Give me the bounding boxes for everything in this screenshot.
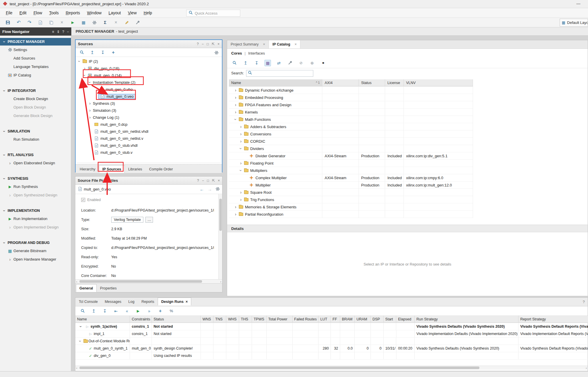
default-layout-button[interactable]: ▦ Default Layou xyxy=(560,19,588,27)
run-row-out-of-context-module-runs[interactable]: ›Out-of-Context Module Runs xyxy=(75,338,588,345)
target-icon[interactable]: ⊕ xyxy=(309,60,315,66)
properties-help-icon[interactable]: ? xyxy=(197,179,199,183)
runs-column-header-tns[interactable]: TNS xyxy=(213,316,226,323)
runs-column-header-name[interactable]: Name xyxy=(75,316,130,323)
source-tree-item-change-log-1[interactable]: ›Change Log (1) xyxy=(76,114,222,121)
create-run-icon[interactable]: + xyxy=(157,308,163,314)
expand-all-icon[interactable]: ↧ xyxy=(100,49,106,56)
runs-column-header-elapsed[interactable]: Elapsed xyxy=(396,316,415,323)
catalog-row-adders-subtracters[interactable]: ›Adders & Subtracters xyxy=(229,123,473,130)
expand-chevron-icon[interactable]: › xyxy=(239,161,243,165)
catalog-column-header-status[interactable]: Status xyxy=(359,79,385,86)
menu-item-window[interactable]: Window xyxy=(83,11,105,15)
help-icon[interactable]: ? xyxy=(62,30,64,34)
sources-minimize-icon[interactable]: − xyxy=(202,42,204,46)
type-combo-value[interactable]: Verilog Template xyxy=(111,217,143,223)
expand-chevron-icon[interactable]: › xyxy=(239,190,243,194)
close-tab-icon[interactable]: × xyxy=(263,42,265,46)
expand-chevron-icon[interactable]: › xyxy=(234,212,238,216)
catalog-row-trig-functions[interactable]: ›Trig Functions xyxy=(229,196,473,203)
sidebar-item-generate-bitstream[interactable]: ▦Generate Bitstream xyxy=(0,247,71,255)
resize-icon[interactable]: ⇕ xyxy=(57,30,60,34)
percent-icon[interactable]: % xyxy=(168,308,175,314)
runs-column-header-lut[interactable]: LUT xyxy=(319,316,331,323)
layout-grid-icon[interactable]: ▦ xyxy=(80,19,87,26)
catalog-column-header-license[interactable]: License xyxy=(385,79,404,86)
help-icon[interactable]: ? xyxy=(583,300,585,304)
expand-chevron-icon[interactable]: › xyxy=(234,103,238,107)
bottom-tab-log[interactable]: Log xyxy=(125,298,138,306)
collapse-chevron-icon[interactable]: › xyxy=(234,117,238,121)
catalog-row-square-root[interactable]: ›Square Root xyxy=(229,189,473,196)
nav-section-header-rtl-analysis[interactable]: ›RTL ANALYSIS xyxy=(0,151,71,159)
sigma-icon[interactable]: Σ xyxy=(102,19,108,26)
catalog-row-partial-reconfiguration[interactable]: ›Partial Reconfiguration xyxy=(229,211,473,218)
document-tab-project-summary[interactable]: Project Summary× xyxy=(227,40,269,48)
redo-icon[interactable]: ↷ xyxy=(26,19,33,26)
source-tree-item-mult-gen-0-vho[interactable]: mult_gen_0.vho xyxy=(76,86,222,93)
sidebar-item-open-hardware-manager[interactable]: ›Open Hardware Manager xyxy=(0,255,71,263)
source-tree-item-mult-gen-0-dcp[interactable]: mult_gen_0.dcp xyxy=(76,121,222,128)
runs-column-header-tpws[interactable]: TPWS xyxy=(252,316,267,323)
sources-tab-hierarchy[interactable]: Hierarchy xyxy=(76,165,99,173)
catalog-row-divider-generator[interactable]: Divider GeneratorAXI4-StreamProductionIn… xyxy=(229,152,473,160)
step-forward-icon[interactable]: » xyxy=(146,308,152,314)
catalog-row-floating-point[interactable]: ›Floating Point xyxy=(229,160,473,167)
scroll-right-icon[interactable]: › xyxy=(220,280,221,284)
sidebar-item-open-block-design[interactable]: Open Block Design xyxy=(0,103,71,111)
scroll-right-icon[interactable]: › xyxy=(586,366,587,370)
sources-close-icon[interactable]: × xyxy=(218,42,220,46)
menu-item-reports[interactable]: Reports xyxy=(62,11,83,15)
source-tree-item-synthesis-3[interactable]: ›Synthesis (3) xyxy=(76,100,222,107)
collapse-chevron-icon[interactable]: › xyxy=(83,73,87,77)
runs-column-header-total-power[interactable]: Total Power xyxy=(267,316,293,323)
expand-chevron-icon[interactable]: › xyxy=(88,115,92,119)
catalog-row-memories-storage-elements[interactable]: ›Memories & Storage Elements xyxy=(229,203,473,211)
run-row-mult-gen-0-synth-1[interactable]: ✓mult_gen_0_synth_1mult_gen_0synth_desig… xyxy=(75,345,588,352)
group-by-category-icon[interactable]: ▦ xyxy=(265,60,271,66)
properties-vscrollbar[interactable] xyxy=(218,194,222,279)
catalog-row-cordic[interactable]: ›CORDIC xyxy=(229,138,473,145)
expand-chevron-icon[interactable]: › xyxy=(88,108,92,112)
collapse-chevron-icon[interactable]: › xyxy=(78,339,82,343)
expand-chevron-icon[interactable]: › xyxy=(234,95,238,100)
expand-chevron-icon[interactable]: › xyxy=(239,125,243,129)
collapse-all-icon[interactable]: ↥ xyxy=(242,60,249,66)
source-tree-item-simulation-3[interactable]: ›Simulation (3) xyxy=(76,107,222,114)
collapse-all-icon[interactable]: ↥ xyxy=(89,49,95,56)
runs-column-header-wns[interactable]: WNS xyxy=(201,316,213,323)
search-icon[interactable] xyxy=(231,60,238,66)
expand-chevron-icon[interactable]: › xyxy=(234,110,238,114)
sidebar-item-generate-block-design[interactable]: Generate Block Design xyxy=(0,111,71,120)
collapse-chevron-icon[interactable]: › xyxy=(239,168,243,172)
runs-column-header-run-strategy[interactable]: Run Strategy xyxy=(415,316,519,323)
catalog-row-dividers[interactable]: ›Dividers xyxy=(229,145,473,152)
source-tree-item-ip-2[interactable]: ›IP (2) xyxy=(76,58,222,65)
source-tree-item-mult-gen-0-sim-netlist-vhdl[interactable]: mult_gen_0_sim_netlist.vhdl xyxy=(76,128,222,135)
catalog-row-conversions[interactable]: ›Conversions xyxy=(229,130,473,138)
sources-help-icon[interactable]: ? xyxy=(197,42,199,46)
sources-tab-ip-sources[interactable]: IP Sources xyxy=(99,165,125,173)
sidebar-item-run-implementation[interactable]: ▶Run Implementation xyxy=(0,214,71,223)
bottom-tab-design-runs[interactable]: Design Runs× xyxy=(158,298,191,306)
source-tree-item-mult-gen-0-14[interactable]: ›mult_gen_0 (14) xyxy=(76,72,222,79)
close-design-icon[interactable]: × xyxy=(59,19,65,26)
ip-settings-icon[interactable] xyxy=(287,60,293,66)
properties-close-icon[interactable]: × xyxy=(218,179,220,183)
expand-all-icon[interactable]: ↧ xyxy=(102,308,108,314)
sidebar-item-run-synthesis[interactable]: ▶Run Synthesis xyxy=(0,182,71,191)
quick-access-search[interactable]: Quick Access xyxy=(186,10,240,17)
catalog-row-dynamic-function-exchange[interactable]: ›Dynamic Function eXchange xyxy=(229,87,473,94)
run-icon[interactable]: ▶ xyxy=(69,19,76,26)
run-icon[interactable]: ▶ xyxy=(135,308,141,314)
nav-section-header-simulation[interactable]: ›SIMULATION xyxy=(0,128,71,135)
collapse-chevron-icon[interactable]: › xyxy=(88,80,92,84)
collapse-chevron-icon[interactable]: › xyxy=(239,146,243,151)
copy-icon[interactable] xyxy=(48,19,54,26)
run-row-synth-1[interactable]: ›▷synth_1 (active)constrs_1Not startedVi… xyxy=(75,323,588,330)
runs-column-header-status[interactable]: Status xyxy=(152,316,201,323)
collapse-all-icon[interactable]: ↥ xyxy=(91,308,97,314)
sidebar-item-ip-catalog[interactable]: IP Catalog xyxy=(0,71,71,79)
menu-item-edit[interactable]: Edit xyxy=(16,11,30,15)
catalog-row-complex-multiplier[interactable]: Complex MultiplierAXI4-StreamProductionI… xyxy=(229,174,473,181)
